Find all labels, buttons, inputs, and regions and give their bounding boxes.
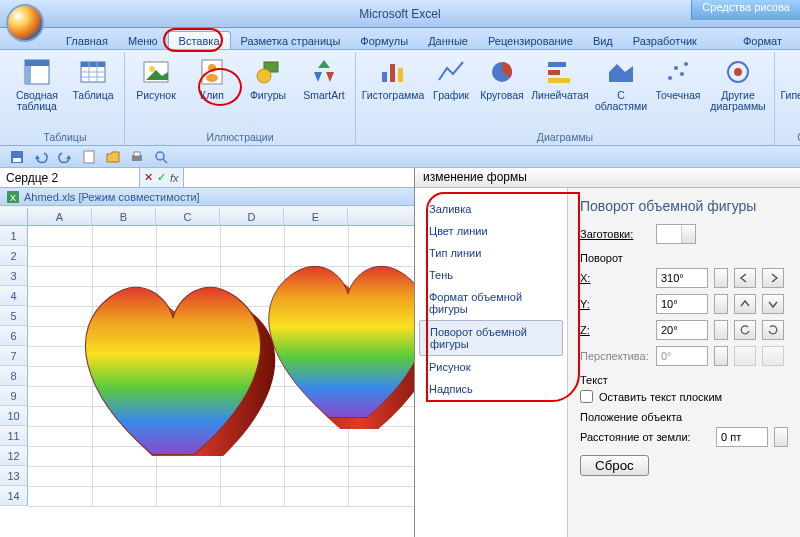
picture-button[interactable]: Рисунок [131,54,181,101]
tab-data[interactable]: Данные [418,32,478,49]
tab-developer[interactable]: Разработчик [623,32,707,49]
x-rotate-left-icon[interactable] [734,268,756,288]
svg-rect-2 [25,66,31,84]
y-spinner[interactable] [714,294,728,314]
pie-chart-button[interactable]: Круговая [478,54,526,101]
column-chart-button[interactable]: Гистограмма [362,54,424,101]
nav-fill[interactable]: Заливка [419,198,563,220]
tab-home[interactable]: Главная [56,32,118,49]
bar-chart-button[interactable]: Линейчатая [532,54,588,101]
pivottable-button[interactable]: Сводная таблица [12,54,62,112]
select-all-corner[interactable] [0,208,28,225]
row-header[interactable]: 6 [0,326,28,346]
qat-print[interactable] [128,148,146,166]
qat-new[interactable] [80,148,98,166]
table-button[interactable]: Таблица [68,54,118,101]
tab-formulas[interactable]: Формулы [350,32,418,49]
area-chart-button[interactable]: С областями [594,54,648,112]
row-header[interactable]: 3 [0,266,28,286]
row-header[interactable]: 7 [0,346,28,366]
smartart-button[interactable]: SmartArt [299,54,349,101]
line-chart-icon [435,56,467,88]
svg-rect-43 [84,151,94,163]
x-input[interactable]: 310° [656,268,708,288]
scatter-chart-label: Точечная [656,90,701,101]
nav-line-color[interactable]: Цвет линии [419,220,563,242]
row-header[interactable]: 1 [0,226,28,246]
x-label: X: [580,272,650,284]
z-spinner[interactable] [714,320,728,340]
hyperlink-button[interactable]: Гиперссылка [781,54,800,101]
qat-save[interactable] [8,148,26,166]
app-title: Microsoft Excel [0,7,800,21]
qat-undo[interactable] [32,148,50,166]
svg-rect-25 [548,70,560,75]
y-rotate-down-icon[interactable] [762,294,784,314]
keep-text-flat-checkbox[interactable] [580,390,593,403]
nav-shadow[interactable]: Тень [419,264,563,286]
col-header-C[interactable]: C [156,208,220,225]
row-header[interactable]: 10 [0,406,28,426]
row-header[interactable]: 4 [0,286,28,306]
nav-3d-format[interactable]: Формат объемной фигуры [419,286,563,320]
col-header-A[interactable]: A [28,208,92,225]
row-header[interactable]: 2 [0,246,28,266]
nav-picture[interactable]: Рисунок [419,356,563,378]
svg-point-13 [208,64,216,72]
svg-point-47 [156,152,164,160]
tab-review[interactable]: Рецензирование [478,32,583,49]
heart-shape-selected[interactable] [58,246,418,446]
fx-icon[interactable]: fx [170,172,179,184]
y-rotate-up-icon[interactable] [734,294,756,314]
clipart-button[interactable]: Клип [187,54,237,101]
qat-preview[interactable] [152,148,170,166]
col-header-E[interactable]: E [284,208,348,225]
line-chart-button[interactable]: График [430,54,472,101]
distance-input[interactable]: 0 пт [716,427,768,447]
name-box[interactable]: Сердце 2 [0,168,140,187]
col-header-B[interactable]: B [92,208,156,225]
perspective-label: Перспектива: [580,350,650,362]
tab-format[interactable]: Формат [733,32,792,49]
nav-textbox[interactable]: Надпись [419,378,563,400]
distance-spinner[interactable] [774,427,788,447]
scatter-chart-icon [662,56,694,88]
shapes-button[interactable]: Фигуры [243,54,293,101]
row-header[interactable]: 11 [0,426,28,446]
y-input[interactable]: 10° [656,294,708,314]
row-header[interactable]: 14 [0,486,28,506]
row-header[interactable]: 9 [0,386,28,406]
svg-point-29 [674,66,678,70]
row-header[interactable]: 12 [0,446,28,466]
row-header[interactable]: 5 [0,306,28,326]
worksheet-grid[interactable]: A B C D E 1 2 3 4 5 6 7 8 9 10 11 12 13 … [0,208,414,537]
presets-dropdown[interactable] [656,224,696,244]
x-rotate-right-icon[interactable] [762,268,784,288]
x-spinner[interactable] [714,268,728,288]
row-header[interactable]: 13 [0,466,28,486]
fx-enter-icon[interactable]: ✓ [157,171,166,184]
nav-3d-rotation[interactable]: Поворот объемной фигуры [419,320,563,356]
nav-line-type[interactable]: Тип линии [419,242,563,264]
office-button[interactable] [6,4,44,42]
row-header[interactable]: 8 [0,366,28,386]
z-rotate-ccw-icon[interactable] [734,320,756,340]
perspective-narrow-icon [734,346,756,366]
z-rotate-cw-icon[interactable] [762,320,784,340]
tab-pagelayout[interactable]: Разметка страницы [231,32,351,49]
tab-insert[interactable]: Вставка [168,31,231,49]
qat-redo[interactable] [56,148,74,166]
qat-open[interactable] [104,148,122,166]
scatter-chart-button[interactable]: Точечная [654,54,702,101]
rotation-section-label: Поворот [580,252,788,264]
reset-button[interactable]: Сброс [580,455,649,476]
group-charts: Гистограмма График Круговая Линейчатая [356,52,775,145]
tab-view[interactable]: Вид [583,32,623,49]
fx-cancel-icon[interactable]: ✕ [144,171,153,184]
shapes-icon [252,56,284,88]
tab-menu[interactable]: Меню [118,32,168,49]
svg-rect-46 [134,152,140,156]
z-input[interactable]: 20° [656,320,708,340]
col-header-D[interactable]: D [220,208,284,225]
other-charts-button[interactable]: Другие диаграммы [708,54,768,112]
